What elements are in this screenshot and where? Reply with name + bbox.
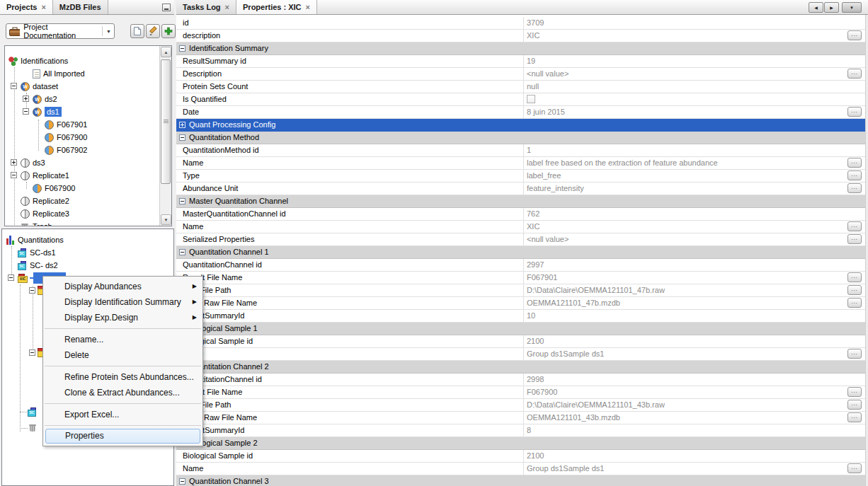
menu-item[interactable]: Delete (43, 347, 202, 363)
property-row[interactable]: Date 8 juin 2015 ... (176, 106, 865, 119)
ellipsis-button[interactable]: ... (847, 107, 862, 117)
ellipsis-button[interactable]: ... (847, 298, 862, 308)
scroll-tabs-left-button[interactable]: ◀ (809, 2, 823, 13)
group-toggle-icon[interactable] (179, 122, 185, 128)
ellipsis-button[interactable]: ... (847, 69, 862, 79)
tree-item[interactable]: Trash (5, 220, 159, 226)
tree-toggle-icon[interactable] (29, 287, 35, 294)
property-row[interactable]: Name label free based on the extraction … (176, 157, 865, 170)
property-row[interactable]: Name XIC ... (176, 221, 865, 233)
tree-item[interactable]: Identifications (5, 54, 159, 67)
ellipsis-button[interactable]: ... (847, 285, 862, 295)
chevron-down-icon[interactable]: ▼ (102, 26, 111, 36)
ellipsis-button[interactable]: ... (847, 272, 862, 282)
property-row[interactable]: ResultSummaryId 8 (176, 424, 865, 437)
property-row[interactable]: Mzdb Raw File Name OEMMA121101_43b.mzdb … (176, 412, 865, 424)
property-row[interactable]: Quantitation Channel 3 (176, 475, 865, 486)
group-toggle-icon[interactable] (179, 478, 185, 485)
scroll-tabs-right-button[interactable]: ▶ (824, 2, 839, 13)
ellipsis-button[interactable]: ... (847, 387, 862, 397)
property-row[interactable]: description XIC ... (176, 30, 865, 42)
tree-item[interactable]: ds3 (5, 156, 159, 169)
tree-toggle-icon[interactable] (23, 108, 29, 115)
tree-item[interactable]: ds2 (5, 93, 159, 105)
property-row[interactable]: Abundance Unit feature_intensity ... (176, 183, 865, 195)
add-button[interactable] (161, 24, 176, 38)
tree-toggle-icon[interactable] (11, 172, 17, 178)
tree-item[interactable]: Replicate1 (5, 169, 159, 182)
tree-item[interactable]: Replicate2 (5, 195, 159, 207)
group-toggle-icon[interactable] (179, 45, 185, 52)
ellipsis-button[interactable]: ... (847, 400, 862, 410)
menu-item[interactable]: Display Exp.Design ▶ (43, 310, 202, 325)
tab[interactable]: Properties : XIC × (236, 0, 317, 14)
tab[interactable]: MzDB Files (53, 0, 108, 14)
tree-item[interactable]: F067902 (5, 144, 159, 156)
property-row[interactable]: QuantitationChannel id 2998 (176, 374, 865, 386)
menu-item[interactable]: Display Identification Summary ▶ (43, 294, 202, 310)
ellipsis-button[interactable]: ... (847, 412, 862, 422)
tree-item[interactable]: SC- ds2 (2, 259, 161, 272)
scroll-up-button[interactable]: ▲ (161, 47, 171, 57)
tab-list-button[interactable]: ▼ (842, 2, 862, 13)
ellipsis-button[interactable]: ... (847, 170, 862, 180)
menu-item[interactable]: Refine Protein Sets Abundances... (43, 369, 202, 385)
property-row[interactable]: QuantitationMethod id 1 (176, 144, 865, 157)
tree-item[interactable]: F067901 (5, 118, 159, 131)
tree-item[interactable]: F067900 (5, 131, 159, 144)
close-icon[interactable]: × (225, 4, 229, 11)
group-toggle-icon[interactable] (179, 198, 185, 204)
property-row[interactable]: ResultSummary id 19 (176, 55, 865, 68)
ellipsis-button[interactable]: ... (847, 349, 862, 359)
property-row[interactable]: Master Quantitation Channel (176, 195, 865, 208)
properties-scrollbar[interactable] (865, 15, 868, 486)
scroll-down-button[interactable]: ▼ (161, 214, 171, 225)
ellipsis-button[interactable]: ... (847, 30, 862, 40)
tree-item[interactable]: dataset (5, 80, 159, 93)
property-row[interactable]: Serialized Properties <null value> ... (176, 233, 865, 246)
checkbox[interactable] (527, 95, 535, 103)
property-row[interactable]: Quantitation Channel 2 (176, 361, 865, 374)
property-row[interactable]: Type label_free ... (176, 170, 865, 183)
property-row[interactable]: Protein Sets Count null (176, 81, 865, 93)
ellipsis-button[interactable]: ... (847, 221, 862, 231)
close-icon[interactable]: × (306, 4, 310, 11)
tree-item[interactable]: F067900 (5, 182, 159, 195)
property-row[interactable]: Name Group ds1Sample ds1 ... (176, 463, 865, 475)
tree-toggle-icon[interactable] (11, 83, 17, 89)
property-row[interactable]: Result File Name F067900 ... (176, 386, 865, 399)
property-row[interactable]: Raw File Path D:\Data\Claire\OEMMA121101… (176, 399, 865, 412)
property-row[interactable]: QuantitationChannel id 2997 (176, 259, 865, 272)
new-document-button[interactable] (130, 24, 144, 38)
tab[interactable]: Projects × (0, 0, 53, 14)
property-row[interactable]: Quant Processing Config (176, 119, 865, 132)
menu-item[interactable]: Clone & Extract Abundances... (43, 385, 202, 400)
property-row[interactable]: MasterQuantitationChannel id 762 (176, 208, 865, 221)
property-row[interactable]: id 3709 (176, 17, 865, 30)
property-row[interactable]: Biological Sample 2 (176, 437, 865, 450)
trash-icon[interactable] (28, 423, 38, 432)
tree-toggle-icon[interactable] (11, 159, 17, 166)
group-toggle-icon[interactable] (179, 249, 185, 255)
tree-toggle-icon[interactable] (8, 274, 14, 281)
close-icon[interactable]: × (41, 4, 45, 11)
project-selector-combo[interactable]: Project Documentation ▼ (6, 23, 115, 39)
edit-button[interactable] (146, 24, 160, 38)
ellipsis-button[interactable]: ... (847, 158, 862, 168)
property-row[interactable]: ResultSummaryId 10 (176, 310, 865, 323)
property-row[interactable]: Quantitation Method (176, 132, 865, 144)
menu-item[interactable]: Display Abundances ▶ (43, 279, 202, 294)
property-row[interactable]: Biological Sample id 2100 (176, 335, 865, 348)
scrollbar-thumb[interactable] (161, 59, 171, 184)
property-row[interactable]: Description <null value> ... (176, 68, 865, 81)
group-toggle-icon[interactable] (179, 134, 185, 141)
tree-scrollbar[interactable]: ▲ ▼ (159, 46, 171, 226)
property-row[interactable]: Quantitation Channel 1 (176, 246, 865, 259)
tree-item[interactable]: SC-ds1 (2, 246, 161, 259)
property-row[interactable]: Identification Summary (176, 42, 865, 55)
property-row[interactable]: Raw File Path D:\Data\Claire\OEMMA121101… (176, 284, 865, 297)
tree-item[interactable]: Quantitations (2, 233, 161, 246)
tree-toggle-icon[interactable] (23, 96, 29, 102)
property-row[interactable]: Result File Name F067901 ... (176, 272, 865, 284)
minimize-panel-button[interactable] (162, 4, 171, 11)
